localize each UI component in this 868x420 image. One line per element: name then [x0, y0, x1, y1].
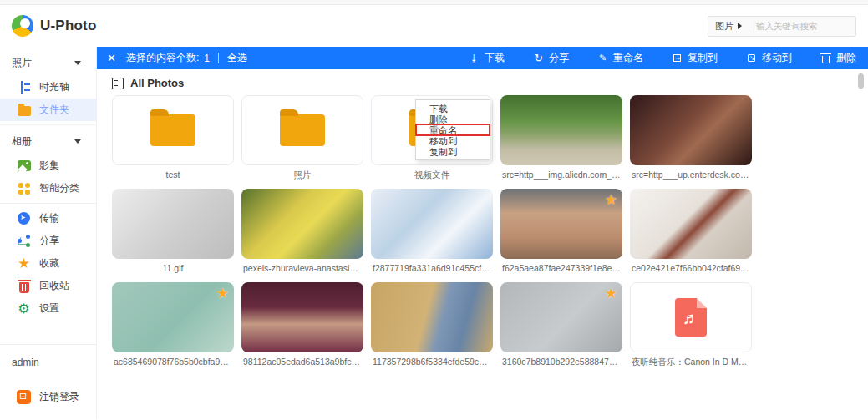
context-menu-item-rename[interactable]: 重命名	[416, 124, 490, 135]
grid-item-image[interactable]: pexels-zhuravleva-anastasia-99857...	[241, 189, 363, 275]
grid-item-image[interactable]: ce02e421e7f66bb042cfaf6998d623...	[630, 189, 752, 275]
thumbnail-image: ★	[500, 282, 622, 352]
button-label: 分享	[549, 51, 569, 65]
smart-category-icon	[17, 181, 31, 195]
sidebar-item-smart-category[interactable]: 智能分类	[0, 177, 96, 200]
logout-icon	[17, 390, 31, 404]
search-input[interactable]	[749, 21, 855, 31]
grid-item-image[interactable]: src=http___up.enterdesk.com_edpi...	[630, 95, 752, 181]
context-menu-item-copy-to[interactable]: 复制到	[416, 146, 490, 157]
item-label: src=http___up.enterdesk.com_edpi...	[630, 170, 752, 181]
copy-to-icon	[672, 53, 683, 63]
download-button[interactable]: 下载	[469, 51, 505, 65]
move-to-icon	[746, 53, 757, 63]
favorite-star-icon: ★	[216, 285, 229, 302]
item-label: test	[112, 170, 234, 181]
divider	[218, 53, 219, 63]
grid-item-folder[interactable]: test	[112, 95, 234, 181]
thumbnail-image	[241, 282, 363, 352]
context-menu-item-delete[interactable]: 删除	[416, 114, 490, 124]
item-label: ce02e421e7f66bb042cfaf6998d623...	[630, 263, 752, 275]
folder-icon	[150, 114, 195, 146]
sidebar-item-favorites[interactable]: ★ 收藏	[0, 252, 96, 275]
sidebar-item-label: 设置	[39, 301, 59, 316]
select-all-button[interactable]: 全选	[227, 51, 247, 65]
search-category-selector[interactable]: 图片	[708, 20, 749, 33]
sidebar-item-label: 分享	[39, 234, 59, 248]
delete-button[interactable]: 删除	[820, 51, 856, 65]
sidebar-item-label: 影集	[39, 159, 59, 173]
context-menu-item-download[interactable]: 下载	[416, 103, 490, 114]
transfer-icon	[17, 211, 31, 225]
rename-icon	[597, 53, 608, 63]
item-label: 夜听纯音乐：Canon In D Major (排...	[630, 357, 752, 368]
scrollbar-thumb[interactable]	[858, 73, 864, 89]
item-label: ac685469078f76b5b0cbfa9050dc2...	[112, 357, 234, 368]
sidebar-item-share[interactable]: 分享	[0, 230, 96, 252]
close-selection-icon[interactable]: ✕	[107, 52, 116, 64]
share-button[interactable]: 分享	[533, 51, 569, 65]
music-file-icon	[675, 298, 707, 337]
sidebar-section-photos[interactable]: 照片	[0, 50, 96, 76]
item-label: 11.gif	[112, 263, 234, 275]
selection-count-text: 选择的内容个数: 1	[126, 51, 210, 65]
rename-button[interactable]: 重命名	[597, 51, 643, 65]
section-label: 相册	[12, 134, 32, 149]
item-label: f2877719fa331a6d91c455cf4dcf68...	[371, 263, 493, 275]
thumbnail-image	[241, 189, 363, 259]
copy-to-button[interactable]: 复制到	[672, 51, 718, 65]
logo-text: U-Photo	[40, 18, 97, 34]
move-to-button[interactable]: 移动到	[746, 51, 792, 65]
folder-icon	[17, 103, 31, 117]
grid-item-image[interactable]: 117357298b6f5334efde59c88457a...	[371, 282, 493, 368]
username-label: admin	[0, 345, 96, 377]
logout-button[interactable]: 注销登录	[0, 377, 96, 419]
sidebar-item-recycle-bin[interactable]: 回收站	[0, 275, 96, 297]
item-label: 117357298b6f5334efde59c88457a...	[371, 357, 493, 368]
button-label: 重命名	[613, 51, 643, 65]
item-label: 照片	[241, 170, 363, 181]
folder-icon	[280, 114, 325, 146]
search-category-label: 图片	[715, 20, 733, 33]
grid-item-image[interactable]: 11.gif	[112, 189, 234, 275]
sidebar-item-label: 传输	[39, 211, 59, 225]
grid-item-image[interactable]: ★ ac685469078f76b5b0cbfa9050dc2...	[112, 282, 234, 368]
sidebar-item-settings[interactable]: ⚙ 设置	[0, 297, 96, 320]
item-label: 98112ac05edad6a513a9bfc8937c7...	[241, 357, 363, 368]
grid-item-audio[interactable]: 夜听纯音乐：Canon In D Major (排...	[630, 282, 752, 368]
thumbnail-image	[371, 282, 493, 352]
app-logo: U-Photo	[12, 15, 97, 37]
grid-item-image[interactable]: f2877719fa331a6d91c455cf4dcf68...	[371, 189, 493, 275]
sidebar-section-albums[interactable]: 相册	[0, 129, 96, 154]
app-header: U-Photo 图片	[0, 5, 868, 47]
grid-item-image[interactable]: 98112ac05edad6a513a9bfc8937c7...	[241, 282, 363, 368]
chevron-down-icon	[74, 61, 81, 65]
favorite-star-icon: ★	[605, 285, 617, 302]
grid-item-image[interactable]: src=http___img.alicdn.com_i1_TB2...	[500, 95, 622, 181]
album-icon	[17, 159, 31, 173]
selection-label: 选择的内容个数:	[126, 51, 199, 65]
context-menu-item-move-to[interactable]: 移动到	[416, 135, 490, 146]
search-box[interactable]: 图片	[708, 16, 856, 37]
thumbnail-image	[371, 189, 493, 259]
grid-item-folder[interactable]: 照片	[241, 95, 363, 181]
main-content: All Photos test 照片 视频文件 src=http___img	[97, 69, 868, 419]
sidebar-item-collections[interactable]: 影集	[0, 154, 96, 177]
selection-toolbar: ✕ 选择的内容个数: 1 全选 下载 分享 重命名	[97, 47, 868, 69]
item-label: pexels-zhuravleva-anastasia-99857...	[241, 263, 363, 275]
share-icon	[533, 53, 544, 63]
item-label: f62a5aea87fae247339f1e8eba4228...	[500, 263, 622, 275]
divider	[0, 203, 96, 204]
context-menu: 下载 删除 重命名 移动到 复制到	[415, 99, 490, 160]
section-label: 照片	[12, 56, 32, 70]
page-title: All Photos	[130, 77, 184, 89]
sidebar-item-label: 智能分类	[39, 181, 79, 195]
grid-item-image[interactable]: ★ 3160c7b8910b292e588847a8d734...	[500, 282, 622, 368]
divider	[0, 124, 96, 125]
item-label: src=http___img.alicdn.com_i1_TB2...	[500, 170, 622, 181]
sidebar-item-timeline[interactable]: 时光轴	[0, 76, 96, 99]
sidebar-item-folders[interactable]: 文件夹	[0, 99, 96, 121]
item-label: 3160c7b8910b292e588847a8d734...	[500, 357, 622, 368]
grid-item-image[interactable]: ★ f62a5aea87fae247339f1e8eba4228...	[500, 189, 622, 275]
sidebar-item-transfer[interactable]: 传输	[0, 207, 96, 230]
